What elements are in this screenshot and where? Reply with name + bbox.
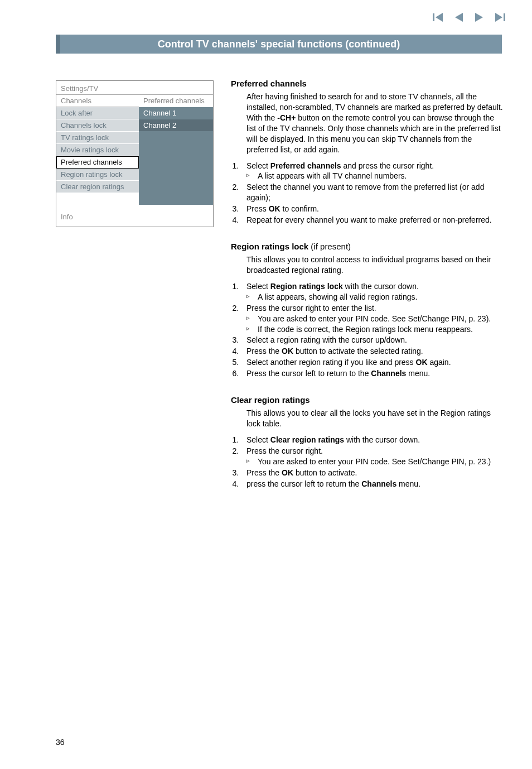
- page-section-header: Control TV channels' special functions (…: [56, 35, 502, 54]
- menu-item-value: [139, 156, 213, 169]
- menu-item-value: [139, 181, 213, 193]
- list-item: Select Clear region ratings with the cur…: [241, 435, 504, 445]
- section-title-preferred: Preferred channels: [231, 78, 504, 89]
- list-item: You are asked to enter your PIN code. Se…: [246, 456, 504, 467]
- menu-item-label: TV ratings lock: [56, 132, 139, 144]
- menu-item-label: Channels lock: [56, 119, 139, 132]
- text: with the cursor down.: [343, 282, 419, 291]
- steps-list: Select Clear region ratings with the cur…: [241, 435, 504, 489]
- text: Select another region rating if you like…: [246, 358, 416, 367]
- list-item: Select another region rating if you like…: [241, 357, 504, 368]
- section-title-clear: Clear region ratings: [231, 395, 504, 406]
- text: Press the cursor right.: [246, 446, 323, 455]
- list-item: Press OK to confirm.: [241, 204, 504, 214]
- skip-back-icon[interactable]: [433, 12, 444, 22]
- section-desc: This allows you to control access to ind…: [246, 254, 504, 276]
- prev-icon[interactable]: [454, 12, 464, 22]
- header-title: Control TV channels' special functions (…: [158, 39, 400, 50]
- bold-text: Channels: [371, 369, 406, 378]
- section-desc: After having finished to search for and …: [246, 92, 504, 155]
- text: Select: [246, 282, 270, 291]
- menu-row: Movie ratings lock: [56, 144, 213, 156]
- bold-text: Preferred channels: [270, 161, 341, 170]
- menu-item-label: Clear region ratings: [56, 181, 139, 193]
- breadcrumb: Settings/TV: [56, 81, 213, 95]
- text: Press the cursor left to return to the: [246, 369, 371, 378]
- text: button to activate.: [293, 468, 357, 477]
- steps-list: Select Region ratings lock with the curs…: [241, 281, 504, 379]
- menu-row: Channels lock Channel 2: [56, 119, 213, 132]
- steps-list: Select Preferred channels and press the …: [241, 161, 504, 225]
- menu-row: Lock after Channel 1: [56, 107, 213, 119]
- menu-item-value: [139, 132, 213, 144]
- text: again.: [428, 358, 451, 367]
- bold-text: Region ratings lock: [270, 282, 343, 291]
- next-icon[interactable]: [474, 12, 484, 22]
- bold-text: OK: [269, 204, 280, 213]
- bold-text: OK: [282, 347, 293, 355]
- sub-list: You are asked to enter your PIN code. Se…: [246, 314, 504, 335]
- list-item: A list appears with all TV channel numbe…: [246, 171, 504, 181]
- svg-marker-1: [436, 13, 443, 22]
- osd-menu: Settings/TV Channels Preferred channels …: [56, 80, 214, 227]
- menu-item-label: [56, 193, 139, 205]
- body-content: Preferred channels After having finished…: [231, 78, 504, 504]
- list-item: If the code is correct, the Region ratin…: [246, 324, 504, 335]
- sub-list: You are asked to enter your PIN code. Se…: [246, 456, 504, 467]
- pdf-nav-icons: [433, 12, 505, 22]
- menu-item-label: Preferred channels: [56, 156, 139, 169]
- menu-row: Clear region ratings: [56, 181, 213, 193]
- list-item: Repeat for every channel you want to mak…: [241, 215, 504, 225]
- menu-item-value: Channel 1: [139, 107, 213, 119]
- skip-forward-icon[interactable]: [494, 12, 505, 22]
- menu-row: [56, 193, 213, 205]
- text: Select: [246, 435, 270, 444]
- section-desc: This allows you to clear all the locks y…: [246, 408, 504, 429]
- menu-header-left: Channels: [56, 95, 139, 107]
- text: menu.: [396, 479, 420, 488]
- text: button to activate the selected rating.: [293, 347, 423, 355]
- text: Press: [246, 204, 269, 213]
- list-item: press the cursor left to return the Chan…: [241, 479, 504, 489]
- list-item: Press the OK button to activate the sele…: [241, 346, 504, 357]
- text: Press the cursor right to enter the list…: [246, 304, 376, 313]
- text: and press the cursor right.: [341, 161, 434, 170]
- list-item: Select a region rating with the cursor u…: [241, 335, 504, 345]
- text: menu.: [406, 369, 430, 378]
- text: press the cursor left to return the: [246, 479, 361, 488]
- bold-text: Channels: [361, 479, 396, 488]
- menu-header-row: Channels Preferred channels: [56, 95, 213, 107]
- text: with the cursor down.: [344, 435, 420, 444]
- bold-text: Region ratings lock: [231, 242, 308, 251]
- menu-info: Info: [56, 205, 213, 227]
- svg-rect-5: [504, 13, 505, 21]
- bold-text: OK: [416, 358, 428, 367]
- list-item: Select Region ratings lock with the curs…: [241, 281, 504, 302]
- list-item: Press the cursor right. You are asked to…: [241, 446, 504, 467]
- sub-list: A list appears with all TV channel numbe…: [246, 171, 504, 181]
- text: Press the: [246, 468, 282, 477]
- svg-marker-4: [495, 13, 502, 22]
- svg-rect-0: [433, 13, 434, 21]
- list-item: Select Preferred channels and press the …: [241, 161, 504, 182]
- menu-item-value: Channel 2: [139, 119, 213, 132]
- menu-item-label: Movie ratings lock: [56, 144, 139, 156]
- list-item: A list appears, showing all valid region…: [246, 292, 504, 302]
- bold-text: OK: [282, 468, 293, 477]
- bold-text: Clear region ratings: [270, 435, 344, 444]
- text: With the: [246, 113, 277, 122]
- menu-item-label: Region ratings lock: [56, 169, 139, 181]
- bold-text: -CH+: [277, 113, 296, 122]
- menu-row: TV ratings lock: [56, 132, 213, 144]
- list-item: You are asked to enter your PIN code. Se…: [246, 314, 504, 324]
- svg-marker-3: [475, 13, 483, 22]
- menu-row: Region ratings lock: [56, 169, 213, 181]
- svg-marker-2: [455, 13, 463, 22]
- menu-item-value: [139, 193, 213, 205]
- list-item: Select the channel you want to remove fr…: [241, 182, 504, 203]
- text: Press the: [246, 347, 282, 355]
- menu-item-label: Lock after: [56, 107, 139, 119]
- list-item: Press the OK button to activate.: [241, 468, 504, 478]
- text: Select: [246, 161, 270, 170]
- list-item: Press the cursor right to enter the list…: [241, 303, 504, 335]
